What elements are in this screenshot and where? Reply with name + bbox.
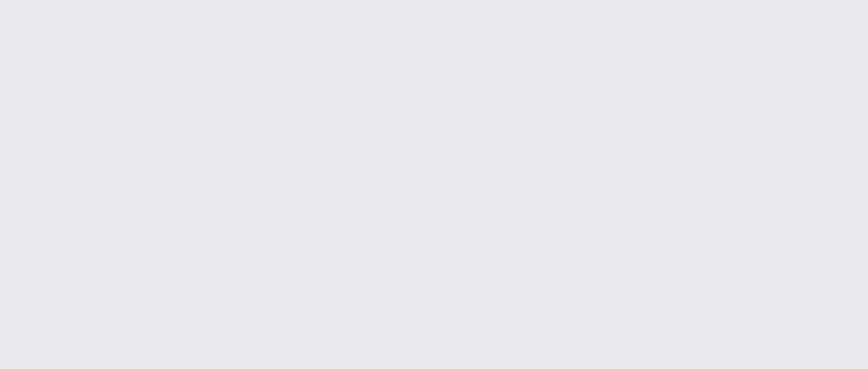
connector-lines [0, 0, 868, 369]
tree-diagram [0, 0, 868, 369]
